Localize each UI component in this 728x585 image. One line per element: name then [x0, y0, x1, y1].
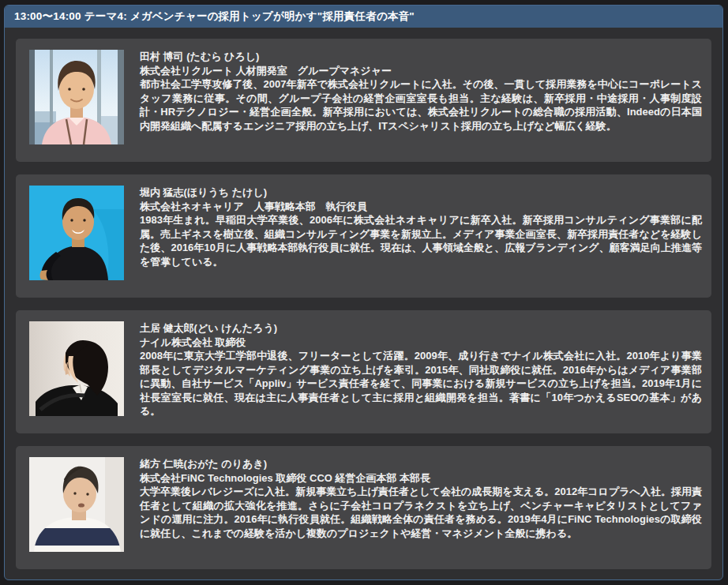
- speaker-list: 田村 博司 (たむら ひろし) 株式会社リクルート 人材開発室 グループマネジャ…: [5, 28, 722, 580]
- speaker-card: 緒方 仁暁(おがた のりあき) 株式会社FiNC Technologies 取締…: [16, 446, 711, 569]
- speaker-card: 田村 博司 (たむら ひろし) 株式会社リクルート 人材開発室 グループマネジャ…: [16, 39, 711, 162]
- session-accordion-header[interactable]: 13:00〜14:00 テーマ4: メガベンチャーの採用トップが明かす"採用責任…: [5, 6, 722, 28]
- speaker-photo-tamura: [29, 50, 124, 144]
- speaker-name: 緒方 仁暁(おがた のりあき): [140, 457, 702, 471]
- speaker-card: 堀内 猛志(ほりうち たけし) 株式会社ネオキャリア 人事戦略本部 執行役員 1…: [16, 174, 711, 298]
- speaker-name: 土居 健太郎(どい けんたろう): [140, 321, 702, 336]
- speaker-bio: 1983年生まれ。早稲田大学卒業後、2006年に株式会社ネオキャリアに新卒入社。…: [140, 213, 702, 268]
- speaker-card: 土居 健太郎(どい けんたろう) ナイル株式会社 取締役 2008年に東京大学工…: [16, 310, 711, 433]
- speaker-title: ナイル株式会社 取締役: [140, 336, 702, 350]
- speaker-name: 田村 博司 (たむら ひろし): [140, 50, 702, 64]
- speaker-info: 土居 健太郎(どい けんたろう) ナイル株式会社 取締役 2008年に東京大学工…: [140, 321, 702, 424]
- speaker-title: 株式会社FiNC Technologies 取締役 CCO 経営企画本部 本部長: [140, 471, 702, 486]
- speaker-info: 田村 博司 (たむら ひろし) 株式会社リクルート 人材開発室 グループマネジャ…: [140, 50, 702, 152]
- speaker-bio: 大学卒業後レバレジーズに入社。新規事業立ち上げ責任者として会社の成長期を支える。…: [140, 485, 702, 540]
- speaker-title: 株式会社リクルート 人材開発室 グループマネジャー: [140, 64, 702, 78]
- speaker-info: 緒方 仁暁(おがた のりあき) 株式会社FiNC Technologies 取締…: [140, 457, 702, 560]
- speaker-title: 株式会社ネオキャリア 人事戦略本部 執行役員: [140, 200, 702, 214]
- speaker-photo-horiuchi: [29, 186, 124, 280]
- session-panel: 13:00〜14:00 テーマ4: メガベンチャーの採用トップが明かす"採用責任…: [4, 5, 723, 580]
- speaker-photo-ogata: [29, 457, 124, 552]
- speaker-photo-doi: [29, 321, 124, 416]
- speaker-bio: 2008年に東京大学工学部中退後、フリーターとして活躍。2009年、成り行きでナ…: [140, 349, 702, 418]
- speaker-name: 堀内 猛志(ほりうち たけし): [140, 186, 702, 200]
- speaker-bio: 都市社会工学専攻修了後、2007年新卒で株式会社リクルートに入社。その後、一貫し…: [140, 77, 702, 133]
- session-title: 13:00〜14:00 テーマ4: メガベンチャーの採用トップが明かす"採用責任…: [14, 9, 415, 24]
- speaker-info: 堀内 猛志(ほりうち たけし) 株式会社ネオキャリア 人事戦略本部 執行役員 1…: [140, 186, 702, 288]
